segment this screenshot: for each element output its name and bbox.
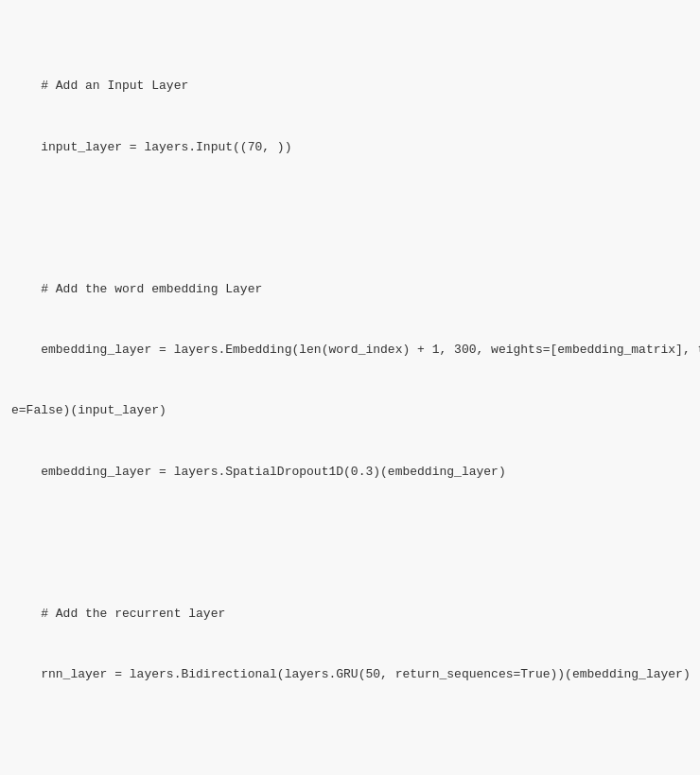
comment-rnn: # Add the recurrent layer xyxy=(11,604,689,624)
comment-input-layer: # Add an Input Layer xyxy=(11,76,689,96)
code-embedding-3: embedding_layer = layers.SpatialDropout1… xyxy=(11,462,689,482)
comment-embedding: # Add the word embedding Layer xyxy=(11,279,689,299)
code-rnn: rnn_layer = layers.Bidirectional(layers.… xyxy=(11,664,689,684)
code-embedding-1: embedding_layer = layers.Embedding(len(w… xyxy=(11,340,689,360)
code-input-layer: input_layer = layers.Input((70, )) xyxy=(11,137,689,157)
code-block: # Add an Input Layer input_layer = layer… xyxy=(0,15,700,775)
code-container: # Add an Input Layer input_layer = layer… xyxy=(0,0,700,775)
code-embedding-2: e=False)(input_layer) xyxy=(11,400,689,420)
spacer-2 xyxy=(11,522,689,542)
spacer-1 xyxy=(11,198,689,218)
spacer-3 xyxy=(11,725,689,745)
